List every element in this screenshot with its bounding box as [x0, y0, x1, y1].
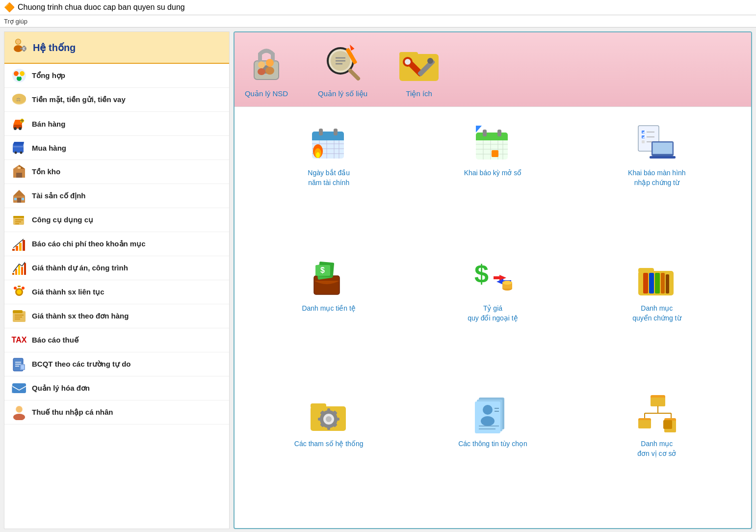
svg-rect-33: [17, 198, 21, 203]
svg-point-70: [13, 414, 25, 420]
sidebar-item-tong-hop-label: Tổng hợp: [32, 71, 65, 80]
sidebar-item-gia-thanh-don[interactable]: Giá thành sx theo đơn hàng: [4, 304, 229, 328]
svg-point-13: [18, 74, 21, 77]
titlebar: 🔶 Chuong trinh chua duoc cap ban quyen s…: [0, 0, 756, 15]
grid-item-danh-muc-quyen[interactable]: Danh mục quyển chứng từ: [582, 257, 731, 378]
svg-rect-54: [18, 286, 21, 287]
svg-rect-198: [663, 420, 672, 429]
grid-item-khai-bao-man-hinh[interactable]: Khai báo màn hình nhập chứng từ: [582, 122, 731, 242]
sidebar-item-tien-mat[interactable]: ⚖ Tiền mặt, tiền gửi, tiền vay: [4, 88, 229, 112]
menu-item-tro-giup[interactable]: Trợ giúp: [4, 18, 27, 25]
calendar-green-icon: [472, 122, 514, 163]
content-panel: Quản lý NSD: [234, 31, 752, 529]
svg-point-157: [502, 281, 512, 285]
svg-rect-47: [18, 265, 20, 275]
grid-item-danh-muc-tien-te[interactable]: $ Danh mục tiền tệ: [254, 257, 403, 378]
svg-rect-188: [651, 398, 665, 406]
svg-point-110: [316, 152, 320, 158]
sidebar-item-bcqt[interactable]: BCQT theo các trường tự do: [4, 352, 229, 376]
grid-item-khai-bao-man-hinh-label: Khai báo màn hình nhập chứng từ: [628, 168, 686, 187]
sidebar-item-ton-kho[interactable]: Tồn kho: [4, 160, 229, 184]
bao-cao-icon: [11, 236, 27, 252]
grid-item-cac-thong-tin[interactable]: Các thông tin tùy chọn: [418, 393, 567, 513]
tien-ich-item[interactable]: Tiện ích: [397, 40, 441, 99]
ton-kho-icon: [11, 164, 27, 180]
sidebar-item-ban-hang-label: Bán hàng: [32, 120, 65, 128]
grid-item-danh-muc-don-vi-label: Danh mục đơn vị cơ sở: [637, 439, 676, 458]
tienich-icon: [397, 40, 441, 84]
user-book-icon: [472, 393, 514, 434]
svg-rect-122: [497, 130, 501, 136]
svg-point-71: [16, 406, 22, 412]
sidebar-item-gia-thanh-sx[interactable]: Giá thành sx liên tục: [4, 280, 229, 304]
grid-item-ngay-bat-dau[interactable]: Ngày bắt đầu năm tài chính: [254, 122, 403, 242]
sidebar-item-gia-thanh-da[interactable]: Giá thành dự án, công trình: [4, 256, 229, 280]
svg-point-93: [405, 59, 411, 65]
sidebar-item-thue-thu-nhap[interactable]: Thuế thu nhập cá nhân: [4, 400, 229, 425]
sidebar-item-mua-hang[interactable]: Mua hàng: [4, 136, 229, 160]
gia-thanh-sx-icon: [11, 284, 27, 300]
svg-rect-161: [649, 273, 654, 293]
svg-rect-121: [483, 130, 487, 136]
svg-rect-171: [327, 426, 330, 430]
svg-rect-162: [655, 273, 660, 293]
grid-item-ty-gia-label: Tỷ giá quy đổi ngoại tệ: [468, 304, 518, 323]
folder-books-icon: [636, 257, 678, 299]
bcqt-icon: [11, 356, 27, 372]
ban-hang-icon: [11, 116, 27, 132]
nsd-icon: [244, 40, 288, 84]
svg-rect-6: [20, 48, 22, 50]
gia-thanh-don-icon: [11, 308, 27, 324]
svg-rect-90: [399, 52, 418, 57]
sidebar-item-quan-ly-hoa-don[interactable]: Quản lý hóa đơn: [4, 376, 229, 400]
svg-rect-160: [643, 273, 648, 293]
dollar-exchange-icon: $: [472, 257, 514, 299]
sidebar-header[interactable]: Hệ thống: [4, 32, 229, 64]
sidebar-item-ban-hang[interactable]: Bán hàng: [4, 112, 229, 136]
svg-point-77: [258, 68, 265, 75]
svg-rect-48: [21, 267, 23, 275]
sidebar-item-bao-cao[interactable]: Báo cáo chi phí theo khoản mục: [4, 232, 229, 256]
calendar-fire-icon: [308, 122, 350, 163]
grid-item-cac-tham-so[interactable]: Các tham số hệ thống: [254, 393, 403, 513]
svg-rect-46: [15, 269, 17, 275]
svg-rect-195: [638, 420, 651, 428]
svg-point-25: [20, 152, 23, 154]
sidebar-item-quan-ly-hoa-don-label: Quản lý hóa đơn: [32, 384, 90, 393]
svg-rect-35: [22, 198, 24, 200]
grid-item-ty-gia[interactable]: $ Tỷ giá quy đổi ngoại tệ: [418, 257, 567, 378]
svg-rect-141: [314, 276, 339, 294]
sidebar-item-cong-cu[interactable]: Công cụ dụng cụ: [4, 208, 229, 232]
sidebar-header-label: Hệ thống: [33, 42, 76, 53]
svg-rect-42: [16, 246, 18, 251]
svg-point-95: [427, 58, 433, 64]
svg-point-78: [266, 59, 274, 67]
app-icon: 🔶: [4, 2, 15, 13]
sidebar-item-bao-cao-label: Báo cáo chi phí theo khoản mục: [32, 239, 146, 248]
quan-ly-nsd-item[interactable]: Quản lý NSD: [244, 40, 288, 99]
svg-rect-23: [13, 145, 24, 153]
quan-ly-so-lieu-item[interactable]: Quản lý số liệu: [318, 40, 367, 99]
main-layout: Hệ thống Tổng hợp ⚖: [0, 27, 756, 532]
sidebar-item-tai-san[interactable]: Tài sản cố định: [4, 184, 229, 208]
thue-thu-nhap-icon: [11, 404, 27, 420]
content-grid: Ngày bắt đầu năm tài chính: [235, 107, 751, 528]
grid-item-khai-bao-ky[interactable]: Khai báo kỳ mở sổ: [418, 122, 567, 242]
svg-rect-66: [21, 365, 24, 369]
folder-tree-icon: [636, 393, 678, 434]
svg-point-51: [17, 290, 22, 294]
sidebar-item-tong-hop[interactable]: Tổng hợp: [4, 64, 229, 88]
svg-rect-98: [312, 136, 344, 140]
svg-point-76: [258, 61, 265, 68]
svg-rect-37: [13, 216, 24, 218]
sidebar-item-bao-cao-thue[interactable]: TAX Báo cáo thuế: [4, 328, 229, 352]
svg-rect-56: [13, 310, 23, 313]
sidebar-item-tien-mat-label: Tiền mặt, tiền gửi, tiền vay: [32, 95, 126, 104]
grid-item-cac-tham-so-label: Các tham số hệ thống: [294, 439, 364, 449]
svg-rect-43: [19, 243, 22, 251]
grid-item-danh-muc-quyen-label: Danh mục quyển chứng từ: [632, 304, 681, 323]
svg-rect-113: [476, 136, 508, 140]
grid-item-danh-muc-don-vi[interactable]: Danh mục đơn vị cơ sở: [582, 393, 731, 513]
svg-point-8: [16, 39, 21, 44]
svg-rect-29: [16, 173, 22, 178]
